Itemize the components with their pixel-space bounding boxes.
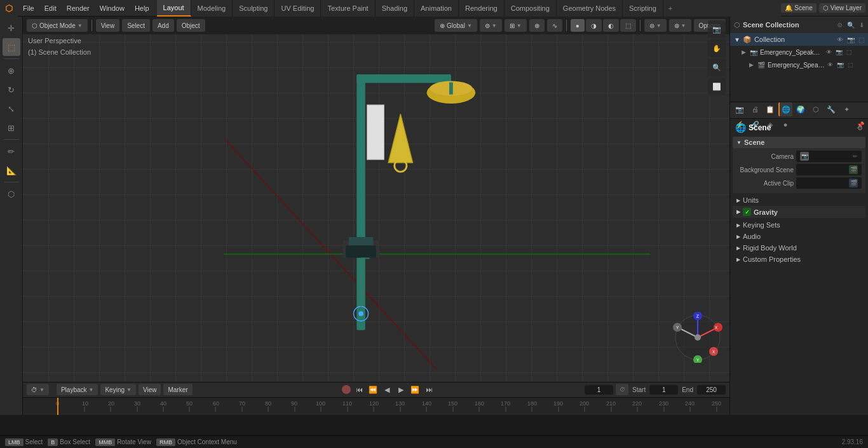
keying-menu[interactable]: Keying ▼	[100, 384, 136, 395]
menu-help[interactable]: Help	[130, 0, 154, 17]
menu-render[interactable]: Render	[62, 0, 95, 17]
collection-render[interactable]: 📷	[847, 36, 855, 43]
transform-orientation[interactable]: ⊕ Global ▼	[435, 19, 477, 32]
tab-scripting[interactable]: Scripting	[623, 0, 663, 17]
vp-icon-zoom[interactable]: 🔍	[708, 58, 726, 76]
proportional-editing[interactable]: ⊕	[529, 19, 545, 32]
vp-icon-ortho[interactable]: ⬜	[708, 78, 726, 95]
pivot-point[interactable]: ⊚ ▼	[480, 19, 502, 32]
scene-selector[interactable]: 🔔 Scene	[781, 3, 816, 13]
tab-sculpting[interactable]: Sculpting	[233, 0, 275, 17]
outliner-search-icon[interactable]: 🔍	[847, 22, 855, 29]
tab-animation[interactable]: Animation	[414, 0, 459, 17]
current-frame-input[interactable]	[585, 385, 613, 395]
viewport-shading-rendered[interactable]: ◐	[603, 19, 619, 32]
outliner-filter-icon[interactable]: ⚙	[837, 22, 843, 29]
tab-shading[interactable]: Shading	[376, 0, 414, 17]
viewport-shading-solid[interactable]: ●	[571, 19, 585, 32]
scene-section-header[interactable]: ▼ Scene	[733, 137, 865, 148]
props-tab-modifier[interactable]: 🔧	[824, 102, 838, 116]
fps-clock[interactable]: ⏱	[616, 384, 628, 395]
tool-transform[interactable]: ⊞	[3, 119, 20, 137]
item1-render[interactable]: 📷	[837, 62, 844, 68]
viewport-view-menu[interactable]: View	[96, 19, 120, 32]
tab-uv-editing[interactable]: UV Editing	[275, 0, 321, 17]
playback-menu[interactable]: Playback ▼	[57, 384, 98, 395]
collection-restrict[interactable]: ⬚	[858, 36, 864, 43]
tool-annotate[interactable]: ✏	[3, 142, 20, 160]
navigation-gizmo[interactable]: X Y Z X Y	[672, 312, 723, 363]
outliner-sort-icon[interactable]: ⬇	[859, 22, 864, 29]
marker-menu[interactable]: Marker	[163, 384, 192, 395]
prev-keyframe-button[interactable]: ⏪	[367, 384, 379, 395]
record-button[interactable]	[342, 385, 351, 394]
viewport-add-menu[interactable]: Add	[153, 19, 174, 32]
collection-visibility[interactable]: 👁	[837, 36, 843, 43]
custom-props-collapse-row[interactable]: ▶ Custom Properties	[733, 254, 865, 265]
item1-visibility[interactable]: 👁	[827, 62, 833, 68]
item0-restrict[interactable]: ⬚	[846, 49, 852, 55]
viewport-gizmo-toggle[interactable]: ⊛ ▼	[669, 19, 691, 32]
tool-rotate[interactable]: ↻	[3, 81, 20, 98]
tab-modeling[interactable]: Modeling	[191, 0, 233, 17]
outliner-item-1[interactable]: ▶ 🎬 Emergency_Speakman_S 👁 📷 ⬚	[745, 58, 868, 71]
item0-render[interactable]: 📷	[836, 49, 843, 55]
background-scene-field[interactable]: 🎬	[796, 164, 862, 175]
menu-file[interactable]: File	[18, 0, 39, 17]
tool-scale[interactable]: ⤡	[3, 100, 20, 118]
audio-collapse-row[interactable]: ▶ Audio	[733, 231, 865, 242]
tool-select[interactable]: ⬚	[3, 38, 20, 56]
tool-measure[interactable]: 📐	[3, 161, 20, 179]
object-mode-selector[interactable]: ⬡ Object Mode ▼	[27, 19, 88, 32]
tab-rendering[interactable]: Rendering	[459, 0, 505, 17]
tool-move[interactable]: ⊕	[3, 62, 20, 79]
camera-value-field[interactable]: 📷 ✏	[796, 151, 862, 162]
tab-compositing[interactable]: Compositing	[505, 0, 557, 17]
props-options-icon[interactable]: ⚙	[857, 125, 863, 132]
tab-texture-paint[interactable]: Texture Paint	[321, 0, 375, 17]
view-layer-selector[interactable]: ⬡ View Layer	[819, 3, 865, 13]
menu-edit[interactable]: Edit	[39, 0, 62, 17]
item1-restrict[interactable]: ⬚	[848, 62, 853, 68]
timeline-ruler[interactable]: 0 10 20 30 40 50 60 70	[23, 398, 729, 415]
vp-icon-camera[interactable]: 📷	[708, 20, 726, 38]
props-tab-object[interactable]: ⬡	[809, 102, 823, 116]
props-tab-output[interactable]: 🖨	[748, 102, 762, 116]
outliner-item-0[interactable]: ▶ 📷 Emergency_Speakman_Show 👁 📷 ⬚	[738, 46, 868, 58]
viewport-3d[interactable]: ⬡ Object Mode ▼ View Select Add Object ⊕…	[23, 17, 729, 382]
timeline-type-selector[interactable]: ⏱ ▼	[27, 384, 49, 395]
item0-visibility[interactable]: 👁	[826, 49, 832, 55]
gravity-section-header[interactable]: ▶ ✓ Gravity	[733, 206, 865, 218]
tab-geometry-nodes[interactable]: Geometry Nodes	[557, 0, 623, 17]
outliner-item-collection[interactable]: ▼ 📦 Collection 👁 📷 ⬚	[730, 33, 868, 46]
camera-edit-icon[interactable]: ✏	[853, 153, 858, 160]
props-tab-world[interactable]: 🌍	[794, 102, 808, 116]
viewport-overlays-toggle[interactable]: ⊜ ▼	[644, 19, 667, 32]
tool-cursor[interactable]: ✛	[3, 19, 20, 37]
graph-editor-toggle[interactable]: ∿	[547, 19, 562, 32]
jump-end-button[interactable]: ⏭	[423, 384, 435, 395]
gravity-checkbox[interactable]: ✓	[743, 208, 751, 216]
tab-layout[interactable]: Layout	[157, 0, 191, 17]
next-keyframe-button[interactable]: ⏩	[409, 384, 421, 395]
play-reverse-button[interactable]: ◀	[381, 384, 393, 395]
props-tab-render[interactable]: 📷	[733, 102, 747, 116]
start-frame-input[interactable]	[649, 385, 678, 395]
tool-add-cube[interactable]: ⬡	[3, 185, 20, 203]
end-frame-input[interactable]	[697, 385, 726, 395]
snapping[interactable]: ⊞ ▼	[505, 19, 527, 32]
props-tab-view-layer[interactable]: 📋	[763, 102, 777, 116]
vp-icon-hand[interactable]: ✋	[708, 39, 726, 57]
rigid-body-collapse-row[interactable]: ▶ Rigid Body World	[733, 242, 865, 254]
units-collapse-row[interactable]: ▶ Units	[733, 194, 865, 206]
viewport-select-menu[interactable]: Select	[122, 19, 150, 32]
jump-start-button[interactable]: ⏮	[353, 384, 365, 395]
menu-window[interactable]: Window	[95, 0, 130, 17]
props-tab-particles[interactable]: ✦	[839, 102, 853, 116]
viewport-shading-material[interactable]: ◑	[586, 19, 602, 32]
add-workspace-tab[interactable]: +	[663, 3, 677, 13]
play-button[interactable]: ▶	[395, 384, 407, 395]
viewport-object-menu[interactable]: Object	[177, 19, 205, 32]
viewport-shading-wireframe[interactable]: ⬚	[620, 19, 636, 32]
active-clip-field[interactable]: 🎬	[796, 177, 862, 189]
